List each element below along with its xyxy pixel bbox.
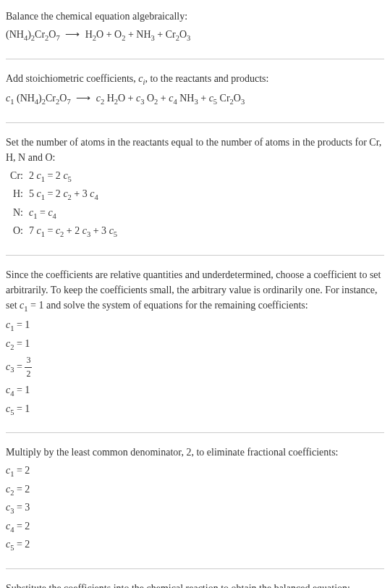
coef-list: c1 = 2 c2 = 2 c3 = 3 c4 = 2 c5 = 2	[6, 463, 384, 554]
coef-item: c3 = 32	[6, 354, 384, 381]
arrow-icon: ⟶	[76, 91, 90, 106]
intro-section: Balance the chemical equation algebraica…	[0, 6, 390, 50]
atom-row: H: 5 c1 = 2 c2 + 3 c4	[6, 186, 384, 203]
stoich-section: Add stoichiometric coefficients, ci, to …	[0, 68, 390, 114]
coef-item: c2 = 1	[6, 336, 384, 353]
stoich-text: Add stoichiometric coefficients, ci, to …	[6, 71, 384, 88]
atom-row: Cr: 2 c1 = 2 c5	[6, 168, 384, 185]
divider	[6, 59, 384, 59]
atom-equation: 5 c1 = 2 c2 + 3 c4	[29, 186, 384, 203]
coef-item: c4 = 1	[6, 382, 384, 400]
atom-equation: c1 = c4	[29, 205, 384, 222]
divider	[6, 122, 384, 123]
atom-element: N:	[6, 205, 29, 222]
atoms-text: Set the number of atoms in the reactants…	[6, 135, 384, 165]
intro-text: Balance the chemical equation algebraica…	[6, 9, 384, 24]
atom-equation: 7 c1 = c2 + 2 c3 + 3 c5	[29, 223, 384, 240]
atom-element: O:	[6, 223, 29, 240]
atoms-section: Set the number of atoms in the reactants…	[0, 132, 390, 246]
final-text: Substitute the coefficients into the che…	[6, 581, 384, 588]
multiply-section: Multiply by the least common denominator…	[0, 442, 390, 560]
divider	[6, 432, 384, 433]
divider	[6, 255, 384, 256]
coef-list: c1 = 1 c2 = 1 c3 = 32 c4 = 1 c5 = 1	[6, 317, 384, 418]
atom-element: H:	[6, 186, 29, 203]
intro-equation: (NH4)2Cr2O7 ⟶ H2O + O2 + NH3 + Cr2O3	[6, 27, 384, 44]
coef-item: c5 = 2	[6, 537, 384, 554]
atom-row: N: c1 = c4	[6, 205, 384, 222]
coef-item: c4 = 2	[6, 518, 384, 536]
atom-element: Cr:	[6, 168, 29, 185]
coef-item: c1 = 2	[6, 463, 384, 480]
divider	[6, 568, 384, 569]
stoich-equation: c1 (NH4)2Cr2O7 ⟶ c2 H2O + c3 O2 + c4 NH3…	[6, 91, 384, 108]
arrow-icon: ⟶	[65, 27, 80, 42]
atoms-table: Cr: 2 c1 = 2 c5 H: 5 c1 = 2 c2 + 3 c4 N:…	[6, 168, 384, 240]
coef-item: c5 = 1	[6, 401, 384, 419]
coef-item: c2 = 2	[6, 482, 384, 499]
final-section: Substitute the coefficients into the che…	[0, 578, 390, 588]
solve-section: Since the coefficients are relative quan…	[0, 264, 390, 424]
coef-item: c3 = 3	[6, 500, 384, 517]
coef-item: c1 = 1	[6, 317, 384, 335]
atom-row: O: 7 c1 = c2 + 2 c3 + 3 c5	[6, 223, 384, 240]
atom-equation: 2 c1 = 2 c5	[29, 168, 384, 185]
solve-text: Since the coefficients are relative quan…	[6, 267, 384, 315]
multiply-text: Multiply by the least common denominator…	[6, 445, 384, 460]
